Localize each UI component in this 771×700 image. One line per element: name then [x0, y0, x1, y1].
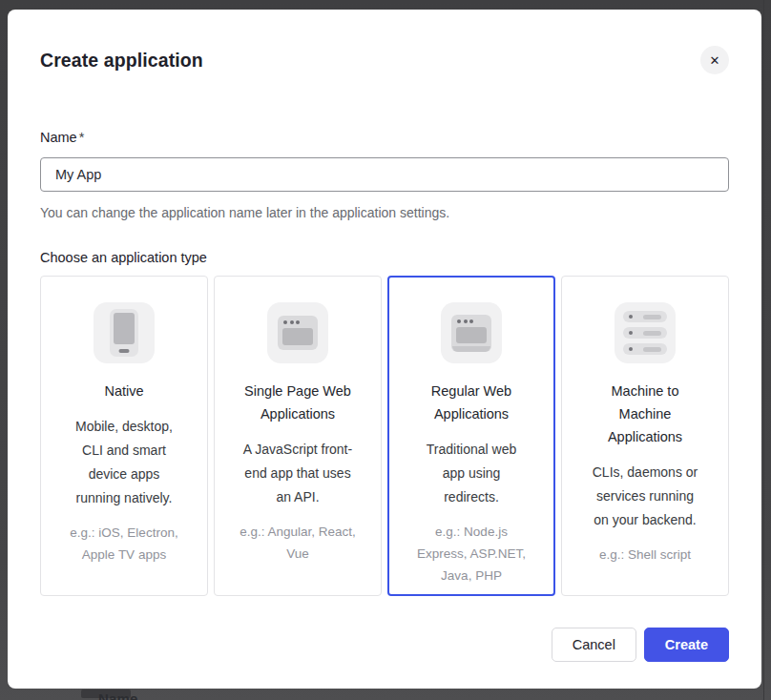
server-rack-icon — [615, 302, 676, 363]
create-application-dialog: Create application ✕ Name* You can chang… — [8, 10, 761, 689]
card-description: Traditional web app using redirects. — [415, 438, 528, 509]
name-field-section: Name* You can change the application nam… — [40, 130, 729, 220]
modal-backdrop: Name Create application ✕ Name* You can … — [0, 0, 771, 700]
application-type-label: Choose an application type — [40, 250, 729, 265]
dialog-header: Create application ✕ — [40, 46, 729, 74]
card-title: Single Page Web Applications — [241, 380, 354, 425]
application-type-cards: Native Mobile, desktop, CLI and smart de… — [40, 276, 729, 596]
card-description: A JavaScript front-end app that uses an … — [241, 438, 354, 509]
card-title: Machine to Machine Applications — [589, 380, 701, 448]
create-button[interactable]: Create — [644, 628, 729, 662]
required-asterisk: * — [79, 130, 85, 145]
stacked-browser-icon — [441, 302, 502, 363]
card-description: CLIs, daemons or services running on you… — [589, 461, 701, 532]
card-machine-to-machine[interactable]: Machine to Machine Applications CLIs, da… — [561, 276, 729, 596]
card-description: Mobile, desktop, CLI and smart device ap… — [68, 415, 180, 510]
page-scrollbar — [763, 0, 764, 700]
card-title: Regular Web Applications — [415, 380, 528, 425]
application-type-section: Choose an application type Native Mobile… — [40, 250, 729, 596]
mobile-phone-icon — [94, 302, 155, 363]
close-button[interactable]: ✕ — [700, 46, 729, 74]
application-name-input[interactable] — [40, 157, 729, 192]
card-example: e.g.: Angular, React, Vue — [238, 521, 358, 565]
card-example: e.g.: iOS, Electron, Apple TV apps — [64, 522, 184, 566]
dialog-title: Create application — [40, 50, 203, 72]
card-title: Native — [68, 380, 180, 402]
browser-window-icon — [267, 302, 328, 363]
card-example: e.g.: Shell script — [585, 544, 705, 566]
card-native[interactable]: Native Mobile, desktop, CLI and smart de… — [40, 276, 208, 596]
name-helper-text: You can change the application name late… — [40, 205, 729, 220]
dialog-footer: Cancel Create — [40, 628, 729, 662]
card-single-page-web[interactable]: Single Page Web Applications A JavaScrip… — [214, 276, 382, 596]
cancel-button[interactable]: Cancel — [552, 628, 636, 662]
name-field-label: Name* — [40, 130, 729, 145]
close-icon: ✕ — [710, 54, 720, 67]
dimmed-page-text: Name — [98, 690, 138, 700]
card-example: e.g.: Node.js Express, ASP.NET, Java, PH… — [411, 521, 531, 587]
card-regular-web[interactable]: Regular Web Applications Traditional web… — [387, 276, 555, 596]
